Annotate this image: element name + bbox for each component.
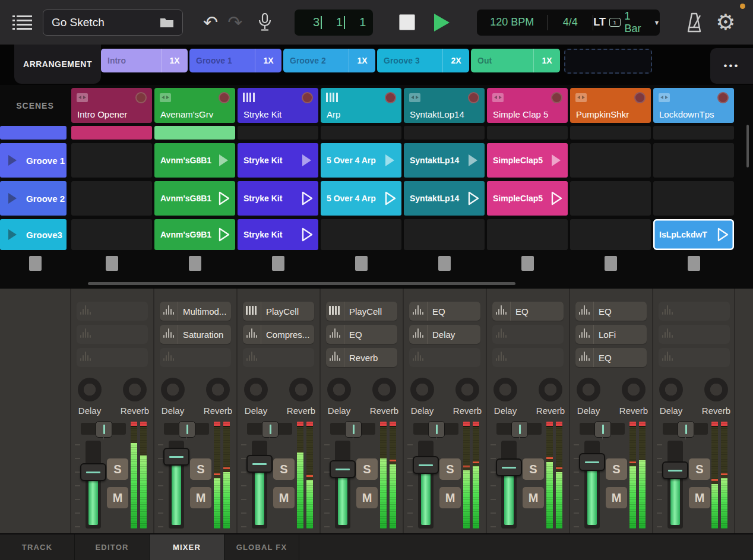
metronome-button[interactable] — [685, 12, 704, 33]
scene-launch-button[interactable] — [0, 126, 67, 140]
mute-button[interactable]: M — [689, 487, 710, 508]
delay-send-knob[interactable] — [577, 378, 600, 401]
pan-slider[interactable] — [81, 423, 126, 435]
fx-slot-1[interactable]: EQ — [575, 302, 647, 321]
delay-send-knob[interactable] — [410, 378, 434, 401]
solo-button[interactable]: S — [107, 458, 128, 480]
mute-button[interactable]: M — [107, 487, 128, 508]
volume-fader[interactable] — [582, 441, 602, 529]
clip[interactable]: IsLpLckdwT — [653, 219, 734, 250]
track-header[interactable]: Arp — [321, 88, 401, 123]
fx-slot-2[interactable]: Saturation — [160, 325, 231, 344]
fx-slot-1[interactable]: EQ — [409, 302, 480, 321]
track-stop-button[interactable] — [438, 256, 451, 271]
empty-clip-slot[interactable] — [570, 143, 651, 178]
song-position-display[interactable]: 3 1 1 — [295, 10, 373, 36]
fx-slot-2[interactable] — [492, 325, 564, 344]
clip[interactable]: Stryke Kit — [238, 219, 318, 250]
horizontal-scrollbar[interactable] — [88, 282, 515, 285]
arrangement-section[interactable]: Out 1X — [471, 49, 560, 72]
undo-button[interactable]: ↶ — [203, 14, 218, 31]
track-header[interactable]: LockdownTps — [653, 88, 734, 123]
empty-clip-slot[interactable] — [321, 126, 401, 140]
fx-slot-1[interactable] — [659, 302, 730, 321]
empty-clip-slot[interactable] — [570, 181, 651, 216]
reverb-send-knob[interactable] — [372, 378, 396, 401]
empty-clip-slot[interactable] — [487, 219, 568, 250]
empty-clip-slot[interactable] — [653, 126, 734, 140]
scene-launch-button[interactable]: Groove 1 — [0, 143, 67, 178]
track-header[interactable]: PumpkinShkr — [570, 88, 651, 123]
fx-slot-3[interactable] — [492, 348, 564, 367]
arrangement-section[interactable]: Groove 2 1X — [283, 49, 375, 72]
solo-button[interactable]: S — [689, 458, 710, 480]
mute-button[interactable]: M — [439, 487, 461, 508]
pan-slider[interactable] — [663, 423, 708, 435]
volume-fader[interactable] — [83, 441, 103, 529]
mute-button[interactable]: M — [273, 487, 295, 508]
clip[interactable]: SimpleClap5 — [487, 143, 568, 178]
solo-button[interactable]: S — [273, 458, 295, 480]
fx-slot-2[interactable]: Compres... — [243, 325, 314, 344]
quantize-value[interactable]: 1 Bar — [625, 10, 648, 35]
mute-button[interactable]: M — [606, 487, 627, 508]
clip[interactable]: 5 Over 4 Arp — [321, 143, 401, 178]
delay-send-knob[interactable] — [161, 378, 185, 401]
scene-launch-button[interactable]: Groove3 — [0, 219, 67, 250]
track-stop-button[interactable] — [605, 256, 617, 271]
empty-clip-slot[interactable] — [238, 126, 318, 140]
reverb-send-knob[interactable] — [206, 378, 230, 401]
mute-button[interactable]: M — [523, 487, 544, 508]
fx-slot-3[interactable] — [659, 348, 730, 367]
delay-send-knob[interactable] — [244, 378, 268, 401]
empty-clip-slot[interactable] — [321, 219, 401, 250]
fx-slot-1[interactable]: PlayCell — [326, 302, 397, 321]
clip[interactable]: 5 Over 4 Arp — [321, 181, 401, 216]
delay-send-knob[interactable] — [659, 378, 683, 401]
fx-slot-3[interactable] — [243, 348, 314, 367]
clip[interactable]: SimpleClap5 — [487, 181, 568, 216]
fader-handle[interactable] — [330, 460, 356, 478]
track-header[interactable]: Simple Clap 5 — [487, 88, 568, 123]
bpm-value[interactable]: 120 BPM — [477, 16, 547, 29]
fader-handle[interactable] — [163, 448, 189, 466]
volume-fader[interactable] — [499, 441, 519, 529]
menu-icon[interactable] — [12, 14, 33, 31]
scene-launch-button[interactable]: Groove 2 — [0, 181, 67, 216]
empty-clip-slot[interactable] — [570, 126, 651, 140]
project-name-field[interactable]: Go Sketch — [43, 10, 183, 36]
vertical-scrollbar[interactable] — [746, 125, 749, 167]
solo-button[interactable]: S — [356, 458, 378, 480]
arrangement-section[interactable]: Groove 1 1X — [189, 49, 281, 72]
empty-clip-slot[interactable] — [570, 219, 651, 250]
fader-handle[interactable] — [413, 456, 439, 474]
track-header[interactable]: SyntaktLop14 — [404, 88, 485, 123]
clip[interactable]: SyntaktLp14 — [404, 143, 485, 178]
empty-clip-slot[interactable] — [487, 126, 568, 140]
fx-slot-3[interactable] — [77, 348, 148, 367]
reverb-send-knob[interactable] — [622, 378, 646, 401]
fx-slot-1[interactable]: EQ — [492, 302, 564, 321]
record-arm-dot[interactable] — [135, 92, 147, 103]
record-arm-dot[interactable] — [468, 92, 479, 103]
fx-slot-2[interactable]: LoFi — [575, 325, 647, 344]
record-arm-dot[interactable] — [302, 92, 313, 103]
empty-clip-slot[interactable] — [653, 181, 734, 216]
pan-slider[interactable] — [164, 423, 209, 435]
fx-slot-1[interactable] — [77, 302, 148, 321]
volume-fader[interactable] — [166, 441, 186, 529]
track-stop-button[interactable] — [355, 256, 368, 271]
volume-fader[interactable] — [249, 441, 270, 529]
time-signature[interactable]: 4/4 — [548, 16, 593, 29]
fader-handle[interactable] — [80, 463, 106, 481]
fx-slot-1[interactable]: Multimod... — [160, 302, 231, 321]
reverb-send-knob[interactable] — [123, 378, 147, 401]
arrangement-more-button[interactable]: ••• — [710, 48, 753, 84]
record-arm-dot[interactable] — [634, 92, 646, 103]
pan-slider[interactable] — [413, 423, 458, 435]
pan-slider[interactable] — [580, 423, 625, 435]
empty-clip-slot[interactable] — [653, 143, 734, 178]
record-arm-dot[interactable] — [717, 92, 729, 103]
empty-clip-slot[interactable] — [71, 143, 152, 178]
track-stop-button[interactable] — [521, 256, 534, 271]
